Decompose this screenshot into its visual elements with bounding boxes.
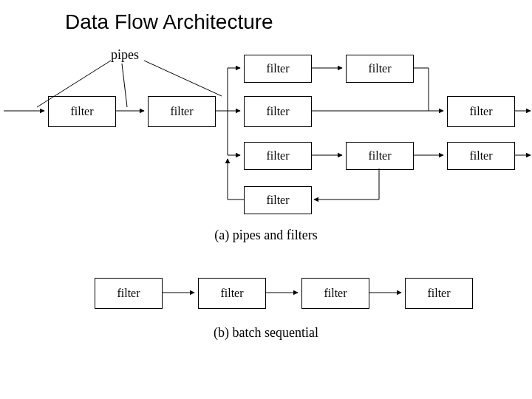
caption-b: (b) batch sequential: [0, 325, 532, 341]
svg-line-2: [144, 61, 222, 96]
svg-line-1: [122, 64, 127, 107]
filter-box: filter: [447, 142, 515, 170]
page-title: Data Flow Architecture: [65, 10, 273, 34]
filter-box: filter: [244, 142, 312, 170]
filter-box: filter: [48, 96, 116, 127]
filter-box: filter: [244, 96, 312, 127]
filter-box: filter: [405, 278, 473, 309]
caption-a: (a) pipes and filters: [0, 228, 532, 243]
pipes-label: pipes: [111, 47, 139, 63]
filter-box: filter: [244, 55, 312, 83]
filter-box: filter: [95, 278, 163, 309]
filter-box: filter: [148, 96, 216, 127]
filter-box: filter: [198, 278, 266, 309]
filter-box: filter: [346, 55, 414, 83]
filter-box: filter: [346, 142, 414, 170]
filter-box: filter: [244, 186, 312, 214]
filter-box: filter: [301, 278, 369, 309]
filter-box: filter: [447, 96, 515, 127]
